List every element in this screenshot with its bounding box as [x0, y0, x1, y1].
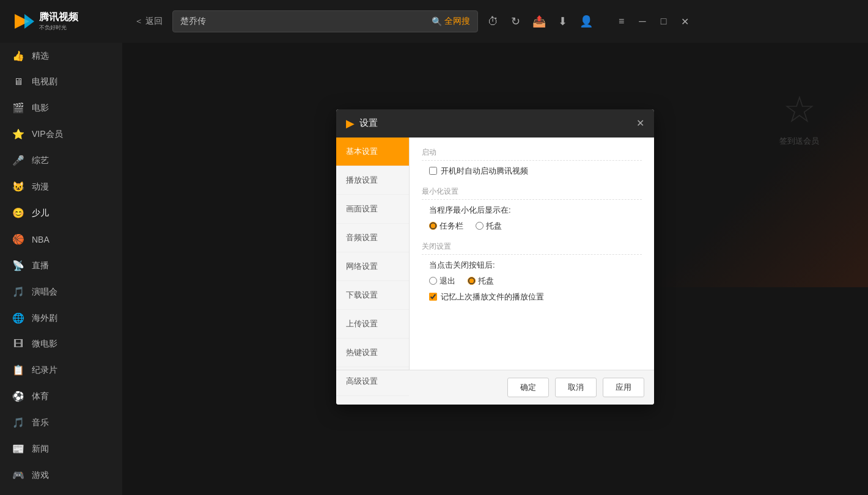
sidebar-label-concert: 演唱会 [32, 287, 57, 298]
kids-icon: 😊 [12, 207, 24, 219]
sidebar-item-anime[interactable]: 😺 动漫 [0, 174, 122, 200]
settings-tab-image[interactable]: 画面设置 [336, 195, 409, 224]
settings-tab-advanced[interactable]: 高级设置 [336, 367, 409, 396]
sidebar-item-funny[interactable]: 😄 搞笑 [0, 488, 122, 495]
logo-sub: 不负好时光 [39, 24, 78, 32]
sidebar-label-shortfilm: 微电影 [32, 339, 57, 350]
logo-area: 腾讯视频 不负好时光 [0, 9, 122, 34]
sidebar-label-kids: 少儿 [32, 208, 49, 219]
upload-icon[interactable]: 📤 [532, 15, 546, 28]
sidebar-label-variety: 综艺 [32, 155, 49, 166]
sidebar-item-overseas[interactable]: 🌐 海外剧 [0, 305, 122, 331]
sidebar-item-jingxuan[interactable]: 👍 精选 [0, 43, 122, 69]
sidebar-item-news[interactable]: 📰 新闻 [0, 436, 122, 462]
jingxuan-icon: 👍 [12, 50, 24, 62]
search-button[interactable]: 🔍 全网搜 [432, 16, 470, 27]
sidebar-item-documentary[interactable]: 📋 纪录片 [0, 357, 122, 383]
settings-tab-audio[interactable]: 音频设置 [336, 224, 409, 252]
sidebar-label-game: 游戏 [32, 470, 49, 481]
sidebar-item-variety[interactable]: 🎤 综艺 [0, 147, 122, 174]
settings-tab-download[interactable]: 下载设置 [336, 281, 409, 310]
sidebar-item-sports[interactable]: ⚽ 体育 [0, 383, 122, 409]
minimize-taskbar-label: 任务栏 [440, 221, 463, 232]
titlebar: 腾讯视频 不负好时光 ＜ 返回 🔍 全网搜 ⏱ ↻ 📤 ⬇ 👤 ≡ ─ □ [0, 0, 868, 43]
sidebar: 👍 精选 🖥 电视剧 🎬 电影 ⭐ VIP会员 🎤 综艺 😺 动漫 😊 少儿 🏀… [0, 43, 122, 495]
menu-button[interactable]: ≡ [615, 15, 628, 28]
minimize-radio-tray[interactable]: 托盘 [476, 221, 502, 232]
dialog-play-icon: ▶ [346, 117, 355, 130]
minimize-radio-taskbar[interactable]: 任务栏 [429, 221, 463, 232]
sidebar-item-tvshow[interactable]: 🖥 电视剧 [0, 69, 122, 95]
documentary-icon: 📋 [12, 364, 24, 376]
dialog-close-button[interactable]: ✕ [636, 117, 644, 129]
sidebar-item-music[interactable]: 🎵 音乐 [0, 409, 122, 436]
svg-marker-1 [24, 14, 34, 29]
maximize-button[interactable]: □ [657, 15, 671, 28]
sidebar-label-documentary: 纪录片 [32, 365, 57, 376]
minimize-section: 最小化设置 当程序最小化后显示在: 任务栏 托盘 [422, 186, 642, 232]
minimize-tray-label: 托盘 [486, 221, 502, 232]
sidebar-item-vip[interactable]: ⭐ VIP会员 [0, 121, 122, 147]
settings-tab-hotkey[interactable]: 热键设置 [336, 339, 409, 367]
variety-icon: 🎤 [12, 155, 24, 166]
back-button[interactable]: ＜ 返回 [134, 16, 163, 27]
cancel-button[interactable]: 取消 [555, 378, 597, 397]
settings-tab-basic[interactable]: 基本设置 [336, 138, 409, 166]
sidebar-item-concert[interactable]: 🎵 演唱会 [0, 279, 122, 305]
modal-overlay: ▶ 设置 ✕ 基本设置 播放设置 画面设置 音频设置 网络设置 下载设置 上传设… [122, 43, 868, 495]
sidebar-item-game[interactable]: 🎮 游戏 [0, 462, 122, 488]
startup-checkbox[interactable] [429, 167, 437, 175]
sidebar-item-kids[interactable]: 😊 少儿 [0, 200, 122, 226]
settings-tab-network[interactable]: 网络设置 [336, 252, 409, 281]
titlebar-icons: ⏱ ↻ 📤 ⬇ 👤 [488, 15, 605, 28]
sidebar-label-music: 音乐 [32, 417, 49, 428]
sidebar-item-live[interactable]: 📡 直播 [0, 252, 122, 279]
apply-button[interactable]: 应用 [603, 378, 644, 397]
sidebar-label-jingxuan: 精选 [32, 51, 49, 62]
close-tray-label: 托盘 [478, 276, 494, 287]
logo-text: 腾讯视频 不负好时光 [39, 11, 78, 32]
sidebar-label-anime: 动漫 [32, 182, 49, 193]
close-radio-exit[interactable]: 退出 [429, 276, 455, 287]
sidebar-item-shortfilm[interactable]: 🎞 微电影 [0, 331, 122, 357]
dialog-body: 基本设置 播放设置 画面设置 音频设置 网络设置 下载设置 上传设置 热键设置 … [336, 138, 654, 370]
sidebar-label-nba: NBA [32, 235, 50, 244]
tvshow-icon: 🖥 [12, 76, 24, 87]
dialog-header: ▶ 设置 ✕ [336, 109, 654, 138]
sidebar-label-sports: 体育 [32, 391, 49, 402]
close-section: 关闭设置 当点击关闭按钮后: 退出 托盘 [422, 241, 642, 302]
search-box: 🔍 全网搜 [172, 10, 478, 32]
dialog-title: 设置 [359, 117, 378, 129]
settings-tab-upload[interactable]: 上传设置 [336, 310, 409, 339]
main-content: ☆ 签到送会员 ▶ 设置 ✕ 基本设置 播放设置 画面设置 音频设置 网络 [122, 43, 868, 495]
overseas-icon: 🌐 [12, 312, 24, 324]
startup-checkbox-label: 开机时自动启动腾讯视频 [441, 166, 528, 177]
close-exit-label: 退出 [440, 276, 455, 287]
logo-icon [10, 9, 34, 34]
history-icon[interactable]: ⏱ [488, 15, 499, 28]
news-icon: 📰 [12, 443, 24, 455]
live-icon: 📡 [12, 260, 24, 271]
sidebar-label-overseas: 海外剧 [32, 313, 57, 324]
remember-checkbox[interactable] [429, 293, 437, 301]
logo-main: 腾讯视频 [39, 11, 78, 24]
movie-icon: 🎬 [12, 102, 24, 114]
sidebar-item-nba[interactable]: 🏀 NBA [0, 226, 122, 252]
confirm-button[interactable]: 确定 [507, 378, 549, 397]
close-radio-tray[interactable]: 托盘 [468, 276, 494, 287]
music-icon: 🎵 [12, 417, 24, 428]
user-icon[interactable]: 👤 [579, 15, 593, 28]
sidebar-item-movie[interactable]: 🎬 电影 [0, 95, 122, 121]
sidebar-label-news: 新闻 [32, 444, 49, 455]
concert-icon: 🎵 [12, 286, 24, 298]
startup-section: 启动 开机时自动启动腾讯视频 [422, 147, 642, 177]
minimize-button[interactable]: ─ [635, 15, 649, 28]
refresh-icon[interactable]: ↻ [511, 15, 520, 28]
close-radio-group: 退出 托盘 [422, 276, 642, 287]
close-desc-row: 当点击关闭按钮后: [422, 260, 642, 271]
settings-tab-playback[interactable]: 播放设置 [336, 166, 409, 195]
search-input[interactable] [180, 16, 432, 26]
download-icon[interactable]: ⬇ [558, 15, 567, 28]
close-button[interactable]: ✕ [677, 15, 693, 29]
search-icon: 🔍 [432, 16, 442, 26]
